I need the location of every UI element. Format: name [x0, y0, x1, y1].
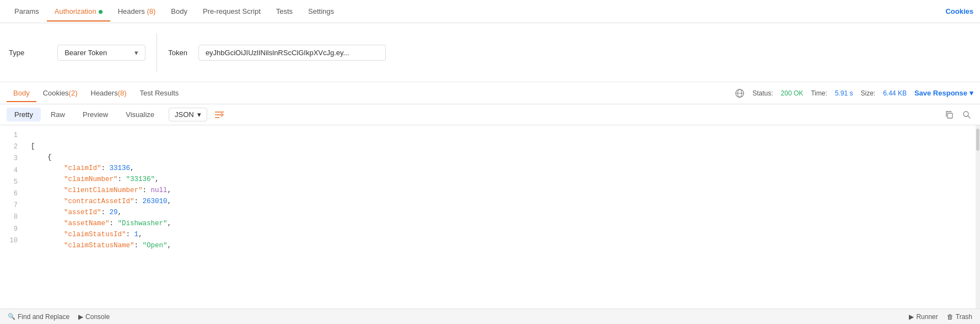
top-tabs-bar: Params Authorization Headers (8) Body Pr… — [0, 0, 980, 23]
bearer-token-dropdown[interactable]: Bearer Token ▾ — [57, 45, 146, 61]
tab-headers[interactable]: Headers (8) — [110, 2, 164, 21]
runner-icon: ▶ — [909, 313, 914, 321]
response-tab-headers[interactable]: Headers(8) — [84, 84, 133, 102]
search-button[interactable] — [960, 108, 973, 121]
runner-button[interactable]: ▶ Runner — [909, 313, 938, 321]
time-value: 5.91 s — [835, 89, 853, 97]
vertical-divider — [157, 33, 157, 72]
trash-button[interactable]: 🗑 Trash — [947, 313, 972, 321]
trash-icon: 🗑 — [947, 313, 954, 321]
size-prefix: Size: — [861, 89, 876, 97]
chevron-down-icon: ▾ — [970, 89, 973, 97]
wrap-icon[interactable] — [214, 110, 225, 120]
auth-section: Type Bearer Token ▾ Token — [0, 23, 980, 82]
console-icon: ▶ — [78, 313, 83, 321]
tab-tests[interactable]: Tests — [268, 2, 300, 21]
chevron-down-icon: ▾ — [134, 49, 138, 57]
format-dropdown[interactable]: JSON ▾ — [169, 108, 207, 121]
save-response-button[interactable]: Save Response ▾ — [914, 89, 973, 97]
token-input[interactable] — [198, 45, 386, 61]
code-area: 1 2 3 4 5 6 7 8 9 10 [ { "claimId": 3313… — [0, 125, 980, 324]
response-tabs-bar: Body Cookies(2) Headers(8) Test Results … — [0, 82, 980, 104]
response-tab-test-results[interactable]: Test Results — [133, 84, 186, 102]
tab-params[interactable]: Params — [7, 2, 47, 21]
svg-line-8 — [968, 116, 970, 118]
type-label: Type — [9, 49, 24, 57]
preview-button[interactable]: Preview — [75, 108, 116, 121]
token-label: Token — [168, 49, 187, 57]
active-dot — [99, 10, 103, 14]
toolbar-right — [943, 108, 973, 121]
globe-icon — [735, 88, 745, 98]
status-prefix: Status: — [752, 89, 773, 97]
raw-button[interactable]: Raw — [43, 108, 73, 121]
response-status-area: Status: 200 OK Time: 5.91 s Size: 6.44 K… — [735, 88, 973, 98]
response-tab-cookies[interactable]: Cookies(2) — [36, 84, 84, 102]
search-icon: 🔍 — [8, 313, 15, 320]
bottom-bar-right: ▶ Runner 🗑 Trash — [909, 313, 972, 321]
response-tab-body[interactable]: Body — [7, 84, 36, 102]
bottom-bar: 🔍 Find and Replace ▶ Console ▶ Runner 🗑 … — [0, 309, 980, 324]
copy-button[interactable] — [943, 108, 956, 121]
line-numbers: 1 2 3 4 5 6 7 8 9 10 — [0, 125, 24, 324]
pretty-button[interactable]: Pretty — [7, 108, 41, 121]
visualize-button[interactable]: Visualize — [118, 108, 162, 121]
tab-prerequest[interactable]: Pre-request Script — [195, 2, 268, 21]
scrollbar[interactable] — [976, 125, 980, 324]
view-toolbar: Pretty Raw Preview Visualize JSON ▾ — [0, 104, 980, 125]
find-replace-button[interactable]: 🔍 Find and Replace — [8, 313, 69, 321]
chevron-down-icon: ▾ — [197, 110, 201, 119]
tab-settings[interactable]: Settings — [300, 2, 342, 21]
size-value: 6.44 KB — [883, 89, 907, 97]
console-button[interactable]: ▶ Console — [78, 313, 110, 321]
status-value: 200 OK — [781, 89, 804, 97]
time-prefix: Time: — [811, 89, 827, 97]
cookies-button[interactable]: Cookies — [945, 7, 973, 15]
tab-body[interactable]: Body — [163, 2, 195, 21]
svg-rect-6 — [947, 113, 952, 118]
code-content: [ { "claimId": 33136, "claimNumber": "33… — [24, 125, 976, 324]
tab-authorization[interactable]: Authorization — [47, 2, 110, 21]
scrollbar-thumb — [976, 129, 979, 151]
